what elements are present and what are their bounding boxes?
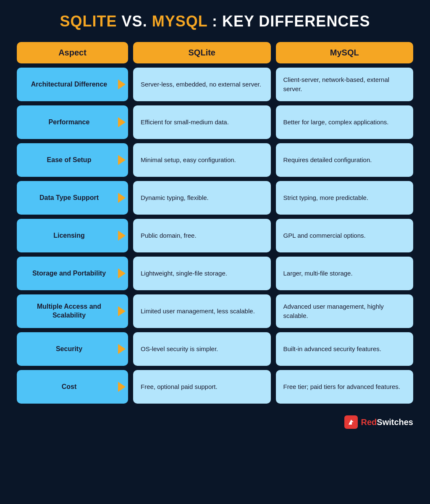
aspect-label-2: Ease of Setup <box>23 156 115 165</box>
sqlite-cell-2: Minimal setup, easy configuration. <box>133 143 271 177</box>
arrow-icon-2 <box>118 155 126 165</box>
aspect-cell-6: Multiple Access and Scalability <box>17 294 128 328</box>
brand-logo-icon <box>344 415 358 429</box>
arrow-icon-5 <box>118 268 126 278</box>
table-row: Ease of Setup Minimal setup, easy config… <box>17 143 413 177</box>
sqlite-cell-5: Lightweight, single-file storage. <box>133 257 271 290</box>
header-mysql: MySQL <box>276 42 414 63</box>
mysql-cell-7: Built-in advanced security features. <box>276 332 414 366</box>
arrow-icon-8 <box>118 382 126 392</box>
table-row: Storage and Portability Lightweight, sin… <box>17 257 413 290</box>
sqlite-cell-4: Public domain, free. <box>133 219 271 252</box>
arrow-icon-1 <box>118 117 126 127</box>
table-row: Multiple Access and Scalability Limited … <box>17 294 413 328</box>
aspect-label-7: Security <box>23 345 115 354</box>
table-body: Architectural Difference Server-less, em… <box>17 68 413 408</box>
arrow-icon-7 <box>118 344 126 354</box>
brand-switches: Switches <box>377 417 413 427</box>
aspect-cell-4: Licensing <box>17 219 128 252</box>
mysql-cell-8: Free tier; paid tiers for advanced featu… <box>276 370 414 404</box>
sqlite-cell-7: OS-level security is simpler. <box>133 332 271 366</box>
table-row: Architectural Difference Server-less, em… <box>17 68 413 101</box>
arrow-icon-6 <box>118 306 126 316</box>
table-row: Licensing Public domain, free. GPL and c… <box>17 219 413 252</box>
brand-red: Red <box>361 417 377 427</box>
sqlite-cell-0: Server-less, embedded, no external serve… <box>133 68 271 101</box>
aspect-cell-8: Cost <box>17 370 128 404</box>
header-sqlite: SQLite <box>133 42 271 63</box>
aspect-label-3: Data Type Support <box>23 194 115 202</box>
mysql-cell-3: Strict typing, more predictable. <box>276 181 414 215</box>
arrow-icon-4 <box>118 231 126 241</box>
mysql-cell-2: Requires detailed configuration. <box>276 143 414 177</box>
table-row: Data Type Support Dynamic typing, flexib… <box>17 181 413 215</box>
mysql-cell-1: Better for large, complex applications. <box>276 105 414 139</box>
sqlite-cell-3: Dynamic typing, flexible. <box>133 181 271 215</box>
aspect-cell-1: Performance <box>17 105 128 139</box>
table-row: Performance Efficient for small-medium d… <box>17 105 413 139</box>
brand-name: RedSwitches <box>361 417 414 427</box>
arrow-icon-3 <box>118 193 126 203</box>
aspect-label-6: Multiple Access and Scalability <box>23 302 115 320</box>
aspect-label-0: Architectural Difference <box>23 80 115 89</box>
page-title: SQLITE VS. MYSQL : KEY DIFFERENCES <box>60 13 370 30</box>
title-sqlite: SQLITE <box>60 13 117 30</box>
table-row: Cost Free, optional paid support. Free t… <box>17 370 413 404</box>
mysql-cell-6: Advanced user management, highly scalabl… <box>276 294 414 328</box>
header-aspect: Aspect <box>17 42 128 63</box>
table-row: Security OS-level security is simpler. B… <box>17 332 413 366</box>
aspect-label-8: Cost <box>23 383 115 391</box>
sqlite-cell-8: Free, optional paid support. <box>133 370 271 404</box>
aspect-cell-0: Architectural Difference <box>17 68 128 101</box>
aspect-cell-7: Security <box>17 332 128 366</box>
title-part3: KEY DIFFERENCES <box>222 13 370 30</box>
aspect-label-5: Storage and Portability <box>23 269 115 278</box>
aspect-label-4: Licensing <box>23 231 115 240</box>
arrow-icon-0 <box>118 79 126 89</box>
title-mysql: MYSQL <box>152 13 207 30</box>
title-colon: : <box>207 13 222 30</box>
mysql-cell-4: GPL and commercial options. <box>276 219 414 252</box>
comparison-table: Aspect SQLite MySQL Architectural Differ… <box>17 42 413 408</box>
sqlite-cell-6: Limited user management, less scalable. <box>133 294 271 328</box>
aspect-label-1: Performance <box>23 118 115 127</box>
sqlite-cell-1: Efficient for small-medium data. <box>133 105 271 139</box>
brand-footer: RedSwitches <box>17 415 413 429</box>
mysql-cell-0: Client-server, network-based, external s… <box>276 68 414 101</box>
title-vs: VS. <box>117 13 152 30</box>
aspect-cell-2: Ease of Setup <box>17 143 128 177</box>
aspect-cell-5: Storage and Portability <box>17 257 128 290</box>
aspect-cell-3: Data Type Support <box>17 181 128 215</box>
table-header: Aspect SQLite MySQL <box>17 42 413 63</box>
mysql-cell-5: Larger, multi-file storage. <box>276 257 414 290</box>
